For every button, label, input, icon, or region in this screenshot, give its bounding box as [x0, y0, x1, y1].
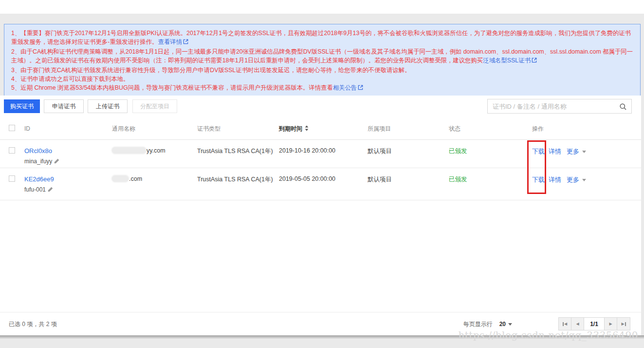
- blur-mask: [112, 175, 129, 182]
- page-indicator: 1/1: [584, 318, 605, 330]
- view-details-link[interactable]: 查看详情: [158, 39, 183, 45]
- header-expire-time[interactable]: 到期时间: [279, 125, 368, 133]
- cert-type-cell: TrustAsia TLS RSA CA(1年): [197, 140, 279, 155]
- notice-banner: 1、【重要】赛门铁克于2017年12月1号启用全新版PKI认证系统。2017年1…: [4, 24, 641, 98]
- download-link[interactable]: 下载: [532, 148, 545, 155]
- assign-project-button: 分配至项目: [132, 99, 177, 113]
- notice-line-3: 3、由于赛门铁克CA机构证书颁发系统进行兼容性升级，导致部分用户申请DV版SSL…: [11, 66, 633, 75]
- buy-cert-button[interactable]: 购买证书: [4, 99, 40, 113]
- header-operation: 操作: [532, 125, 641, 133]
- cert-id-cell: KE2d6ee9 fufu-001: [24, 168, 112, 193]
- operation-cell: 下载详情更多: [532, 168, 641, 184]
- page-first-button[interactable]: ◀: [559, 318, 571, 330]
- chevron-down-icon[interactable]: [508, 323, 512, 326]
- notice-text-5: 5、近期 Chrome 浏览器53/54版本内核BUG问题，导致与赛门铁克根证书…: [11, 84, 333, 91]
- cert-type-cell: TrustAsia TLS RSA CA(1年): [197, 168, 279, 184]
- common-name-cell: yy.com: [112, 140, 197, 154]
- external-link-icon[interactable]: [358, 84, 363, 93]
- page-last-button[interactable]: ▶: [617, 318, 630, 330]
- more-link[interactable]: 更多: [567, 176, 579, 183]
- pagination: ◀ ◀ 1/1 ▶ ▶: [558, 317, 630, 330]
- table-row: ORcl0x8o mina_ifuyy yy.com TrustAsia TLS…: [0, 140, 641, 168]
- cert-list-panel: 购买证书 申请证书 上传证书 分配至项目 ID 通用名称 证书类型 到期时间 所…: [0, 96, 641, 335]
- cert-remark: fufu-001: [24, 186, 112, 193]
- download-link[interactable]: 下载: [532, 176, 545, 183]
- notice-text-1: 1、【重要】赛门铁克于2017年12月1号启用全新版PKI认证系统。2017年1…: [11, 30, 631, 45]
- cert-id-link[interactable]: ORcl0x8o: [24, 147, 52, 155]
- select-all-cell: [0, 125, 24, 133]
- select-all-checkbox[interactable]: [9, 125, 15, 131]
- page-next-button[interactable]: ▶: [605, 318, 617, 330]
- wildcard-ssl-link[interactable]: 泛域名型SSL证书: [483, 57, 531, 64]
- csdn-watermark: https://blog.csdn.net/qq_33356490: [458, 329, 638, 341]
- search-icon[interactable]: [619, 103, 627, 113]
- notice-text-2: 2、由于CA机构和证书代理商策略调整，从2018年1月1日起，同一主域最多只能申…: [11, 48, 633, 64]
- row-checkbox[interactable]: [9, 175, 15, 182]
- header-common-name: 通用名称: [112, 125, 197, 133]
- notice-line-2: 2、由于CA机构和证书代理商策略调整，从2018年1月1日起，同一主域最多只能申…: [11, 47, 633, 66]
- header-id: ID: [24, 125, 112, 132]
- rows-per-page-value[interactable]: 20: [499, 321, 506, 328]
- common-name: .com: [129, 175, 142, 182]
- row-checkbox[interactable]: [9, 147, 15, 154]
- more-link[interactable]: 更多: [567, 148, 579, 155]
- chevron-down-icon[interactable]: [582, 179, 586, 181]
- row-checkbox-cell: [0, 168, 24, 183]
- table-row: KE2d6ee9 fufu-001 .com TrustAsia TLS RSA…: [0, 168, 641, 200]
- sort-icon[interactable]: [305, 125, 309, 133]
- detail-link[interactable]: 详情: [549, 176, 561, 183]
- header-project: 所属项目: [368, 125, 449, 133]
- external-link-icon[interactable]: [532, 57, 537, 65]
- header-status: 状态: [449, 125, 532, 133]
- rows-per-page-label: 每页显示行: [463, 321, 493, 328]
- project-cell: 默认项目: [368, 168, 449, 184]
- blur-mask: [112, 147, 146, 154]
- ssl-cert-console-page: 1、【重要】赛门铁克于2017年12月1号启用全新版PKI认证系统。2017年1…: [0, 0, 644, 348]
- toolbar: 购买证书 申请证书 上传证书 分配至项目: [0, 96, 641, 118]
- page-prev-button[interactable]: ◀: [571, 318, 584, 330]
- notice-line-4: 4、证书申请成功之后可以直接下载到本地。: [11, 75, 633, 83]
- edit-icon[interactable]: [48, 187, 53, 193]
- cert-remark: mina_ifuyy: [24, 158, 112, 165]
- status-badge: 已颁发: [449, 140, 532, 155]
- upload-cert-button[interactable]: 上传证书: [88, 99, 128, 113]
- rows-per-page: 每页显示行20: [463, 320, 512, 329]
- project-cell: 默认项目: [368, 140, 449, 155]
- detail-link[interactable]: 详情: [549, 148, 561, 155]
- row-checkbox-cell: [0, 140, 24, 155]
- notice-line-1: 1、【重要】赛门铁克于2017年12月1号启用全新版PKI认证系统。2017年1…: [11, 29, 633, 47]
- chevron-down-icon[interactable]: [582, 151, 586, 153]
- notice-line-5: 5、近期 Chrome 浏览器53/54版本内核BUG问题，导致与赛门铁克根证书…: [11, 83, 633, 93]
- common-name: yy.com: [147, 147, 166, 154]
- cert-search-input[interactable]: [488, 99, 631, 113]
- status-badge: 已颁发: [449, 168, 532, 184]
- common-name-cell: .com: [112, 168, 197, 182]
- apply-cert-button[interactable]: 申请证书: [44, 99, 84, 113]
- announcement-link[interactable]: 相关公告: [333, 84, 357, 91]
- cert-id-cell: ORcl0x8o mina_ifuyy: [24, 140, 112, 165]
- table-header-row: ID 通用名称 证书类型 到期时间 所属项目 状态 操作: [0, 118, 641, 140]
- cert-id-link[interactable]: KE2d6ee9: [24, 175, 54, 183]
- expire-time-cell: 2019-10-16 20:00:00: [279, 140, 368, 154]
- selection-summary: 已选 0 项，共 2 项: [9, 320, 57, 329]
- edit-icon[interactable]: [54, 158, 59, 165]
- header-cert-type: 证书类型: [197, 125, 279, 133]
- cert-search-box: [487, 99, 632, 114]
- external-link-icon[interactable]: [183, 38, 188, 47]
- operation-cell: 下载详情更多: [532, 140, 641, 156]
- expire-time-cell: 2019-05-05 20:00:00: [279, 168, 368, 182]
